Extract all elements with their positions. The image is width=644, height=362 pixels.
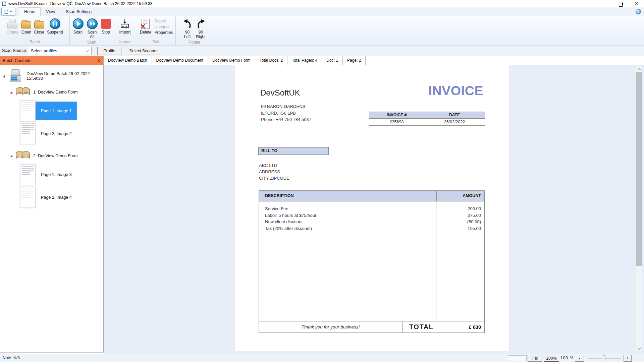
scan-icon <box>73 18 84 29</box>
suspend-icon <box>50 18 60 29</box>
document-breadcrumb-bar: DocView Demo Batch DocView Demo Document… <box>104 56 644 65</box>
tree-node-form-2[interactable]: 2: DocView Demo Form <box>10 150 103 162</box>
edit-stack: Reject Unreject Properties <box>154 17 173 35</box>
restore-icon <box>620 2 623 5</box>
zoom-in-button[interactable]: + <box>624 355 632 362</box>
stop-button[interactable]: Stop <box>100 17 112 35</box>
invoice-address-line: 69 BARON GARDENS <box>261 103 311 110</box>
tree-node-page-1-image-1[interactable]: Page 1, Image 1 <box>20 101 103 121</box>
total-value: £ 630 <box>469 324 484 330</box>
batch-contents-title: Batch Contents <box>3 58 31 63</box>
close-icon <box>634 1 639 6</box>
profiles-dropdown[interactable]: Select profiles <box>28 47 92 55</box>
app-menu-icon <box>4 10 8 14</box>
tree-node-label: 2: DocView Demo Form <box>33 154 77 158</box>
tree-node-form-1[interactable]: 1: DocView Demo Form <box>10 86 103 98</box>
slider-thumb[interactable] <box>602 356 605 361</box>
table-row: Tax (20% after discount) 105.00 <box>259 225 484 232</box>
table-row: New client discount (50.00) <box>259 219 484 225</box>
zoom-out-button[interactable]: - <box>575 355 584 362</box>
profile-button[interactable]: Profile <box>97 47 121 55</box>
expand-arrow-icon[interactable] <box>10 91 12 94</box>
batch-contents-panel: Batch Contents X DocView Demo Batch 26-0… <box>0 56 104 353</box>
bill-to-line: ABC LTD <box>259 162 289 169</box>
segment-total-pages: Total Pages: 4 <box>287 56 322 65</box>
help-button[interactable]: ? <box>636 9 641 14</box>
amount-header: AMOUNT <box>436 191 484 201</box>
item-description: Tax (20% after discount) <box>259 225 436 232</box>
segment-batch-name[interactable]: DocView Demo Batch <box>104 56 152 65</box>
scroll-down-button[interactable] <box>636 346 642 351</box>
open-button[interactable]: Open <box>20 17 32 35</box>
fit-fill-button[interactable]: Fill <box>528 355 542 362</box>
tree-node-page-1-image-3[interactable]: Page 1, Image 3 <box>20 164 103 185</box>
invoice-heading: INVOICE <box>428 83 483 98</box>
page-thumbnail[interactable] <box>20 187 36 208</box>
tab-view[interactable]: View <box>41 7 60 16</box>
tree-node-label[interactable]: Page 2, Image 2 <box>36 124 77 143</box>
rotate-right-button[interactable]: 90 Right <box>194 17 208 40</box>
item-description: New client discount <box>259 219 436 225</box>
properties-button[interactable]: Properties <box>154 30 173 35</box>
scan-source-label: Scan Source: <box>2 48 27 53</box>
segment-document-name[interactable]: DocView Demo Document <box>152 56 208 65</box>
ribbon-tab-bar: Home View Scan Settings ? <box>0 7 644 16</box>
vertical-scrollbar[interactable] <box>636 66 642 351</box>
page-thumbnail[interactable] <box>20 164 36 185</box>
status-progress-box <box>508 355 527 361</box>
tab-home[interactable]: Home <box>19 7 41 16</box>
zoom-slider[interactable] <box>588 354 621 362</box>
expand-arrow-icon[interactable] <box>10 155 12 157</box>
unreject-button: Unreject <box>154 24 169 29</box>
scanner-icon <box>8 69 23 83</box>
panel-close-button[interactable]: X <box>95 57 102 64</box>
tree-node-batch[interactable]: DocView Demo Batch 26-02-2022 15:59:33 <box>3 69 103 83</box>
app-menu-caret-icon <box>10 11 12 12</box>
note-text: Note: N/A <box>3 354 20 362</box>
rotate-left-button[interactable]: 90 Left <box>181 17 194 40</box>
import-button[interactable]: Import <box>118 17 131 35</box>
tree-node-page-2-image-2[interactable]: Page 2, Image 2 <box>20 123 103 144</box>
tree-node-label: DocView Demo Batch 26-02-2022 15:59:33 <box>26 71 103 81</box>
app-icon <box>2 1 6 6</box>
tree-node-label[interactable]: Page 2, Image 4 <box>36 188 77 207</box>
select-scanner-button[interactable]: Select Scanner <box>127 47 160 55</box>
batch-contents-header: Batch Contents X <box>0 56 103 65</box>
close-batch-button[interactable]: Close <box>33 17 45 35</box>
segment-form-name[interactable]: DocView Demo Form <box>208 56 255 65</box>
page-thumbnail[interactable] <box>20 123 36 144</box>
tree-node-label[interactable]: Page 1, Image 3 <box>36 165 77 184</box>
open-folder-icon <box>21 21 31 28</box>
import-icon <box>120 19 130 29</box>
status-bar: Note: N/A Fill 100% 100 % - + <box>0 354 644 362</box>
expand-arrow-icon[interactable] <box>3 75 5 77</box>
page-thumbnail[interactable] <box>20 101 36 121</box>
tab-scan-settings[interactable]: Scan Settings <box>60 7 97 16</box>
scroll-up-button[interactable] <box>636 66 642 72</box>
segment-page-number: Page: 2 <box>343 56 366 65</box>
profiles-dropdown-value: Select profiles <box>31 49 57 53</box>
chevron-down-icon <box>86 49 89 52</box>
items-table-header: DESCRIPTION AMOUNT <box>259 191 484 201</box>
document-viewer: DocView Demo Batch DocView Demo Document… <box>104 56 644 354</box>
close-button[interactable] <box>629 0 644 7</box>
tree-node-page-2-image-4[interactable]: Page 2, Image 4 <box>20 187 103 208</box>
invoice-company: DevSoftUK <box>260 88 300 98</box>
invoice-meta-table: INVOICE # DATE 235698 26/02/2022 <box>369 112 485 126</box>
minimize-button[interactable] <box>598 0 613 7</box>
ribbon: Create Open Close Suspend Batch <box>0 16 644 46</box>
restore-button[interactable] <box>613 0 629 7</box>
delete-button[interactable]: Delete <box>139 17 153 35</box>
scrollbar-thumb[interactable] <box>636 72 642 266</box>
suspend-button[interactable]: Suspend <box>46 17 64 35</box>
app-menu-button[interactable] <box>1 8 15 16</box>
docview-qc-window: www.DevSoftUK.com - Docview QC: DocView … <box>0 0 644 362</box>
zoom-100-button[interactable]: 100% <box>544 355 559 362</box>
scan-button[interactable]: Scan <box>72 17 85 35</box>
tree-node-label-selected[interactable]: Page 1, Image 1 <box>36 102 77 120</box>
ribbon-group-scan: Scan Scan All Stop Scan <box>70 16 114 45</box>
scan-all-button[interactable]: Scan All <box>85 17 99 40</box>
item-amount: 105.00 <box>436 225 484 232</box>
table-row: Service Fee 200.00 <box>259 205 484 212</box>
create-button: Create <box>5 17 19 35</box>
